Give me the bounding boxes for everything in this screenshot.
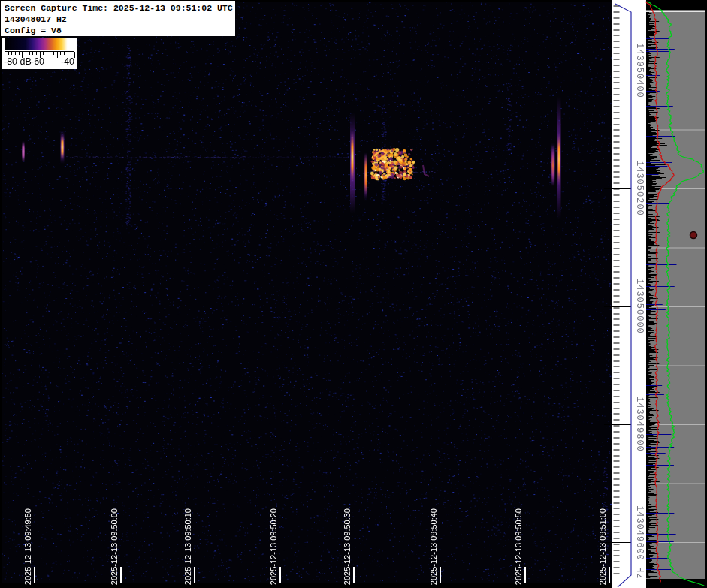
frequency-tick-label: 143050400 [633, 14, 645, 127]
frequency-label-text: 143049800 [634, 397, 645, 452]
time-tick-label: 2025-12-13 09:51:00 [597, 489, 608, 585]
colorbar-tick [19, 52, 20, 55]
time-tick-label: 2025-12-13 09:50:50 [512, 489, 524, 585]
colorbar-tick [11, 52, 12, 55]
colorbar-tick [53, 52, 54, 55]
colorbar-tick [43, 52, 44, 55]
capture-frequency-text: 143048017 Hz [5, 14, 235, 26]
time-tick [524, 567, 526, 583]
frequency-label-text: 143050200 [634, 161, 645, 216]
time-label-text: 2025-12-13 09:50:30 [343, 508, 352, 585]
time-tick-label: 2025-12-13 09:50:00 [108, 489, 119, 585]
time-tick [353, 567, 355, 583]
time-tick [609, 567, 610, 583]
frequency-tick-label: 143049800 [633, 368, 645, 481]
time-tick-label: 2025-12-13 09:50:40 [428, 489, 439, 585]
frequency-label-text: 143049600 Hz [634, 505, 645, 579]
frequency-tick-label: 143049600 Hz [633, 486, 645, 588]
time-tick [279, 567, 281, 583]
colorbar-label-mid: -60 [31, 56, 44, 67]
time-tick-label: 2025-12-13 09:50:30 [341, 489, 352, 585]
time-tick [440, 567, 441, 583]
capture-info-box: Screen Capture Time: 2025-12-13 09:51:02… [1, 1, 235, 36]
colorbar-tick [64, 52, 65, 55]
colorbar-tick [29, 52, 30, 55]
time-label-text: 2025-12-13 09:50:00 [110, 508, 119, 585]
time-label-text: 2025-12-13 09:51:00 [598, 508, 607, 585]
time-tick [34, 567, 35, 583]
colorbar-tick [47, 52, 47, 55]
capture-config-text: Config = V8 [5, 26, 235, 37]
frequency-tick-label: 143050000 [633, 250, 645, 363]
frequency-tick-label: 143050200 [633, 132, 645, 245]
time-label-text: 2025-12-13 09:50:40 [429, 508, 438, 585]
time-tick [194, 567, 195, 583]
time-tick [120, 567, 122, 583]
colorbar-tick [50, 52, 50, 55]
spectrogram-app-window: Screen Capture Time: 2025-12-13 09:51:02… [0, 0, 707, 588]
frequency-label-text: 143050400 [634, 43, 645, 98]
time-tick-label: 2025-12-13 09:50:10 [182, 489, 193, 585]
colorbar-tick [36, 52, 37, 55]
colorbar-tick [32, 52, 33, 55]
colorbar-tick [15, 52, 16, 55]
colorbar-gradient [5, 38, 74, 50]
colorbar-label-max: -40 [61, 56, 74, 67]
time-label-text: 2025-12-13 09:50:20 [269, 508, 278, 585]
time-tick-label: 2025-12-13 09:49:50 [22, 489, 33, 585]
time-tick-label: 2025-12-13 09:50:20 [267, 489, 279, 585]
colorbar-tick [57, 52, 58, 58]
colorbar-tick [60, 52, 61, 55]
colorbar-legend: -80 dB -60 -40 [2, 38, 77, 69]
colorbar-tick [71, 52, 71, 55]
frequency-label-text: 143050000 [634, 279, 645, 334]
capture-time-text: Screen Capture Time: 2025-12-13 09:51:02… [5, 3, 235, 14]
colorbar-tick [26, 52, 26, 55]
colorbar-tick [74, 52, 75, 58]
time-label-text: 2025-12-13 09:50:50 [514, 508, 523, 585]
colorbar-tick [68, 52, 68, 55]
time-label-text: 2025-12-13 09:49:50 [23, 508, 32, 585]
time-label-text: 2025-12-13 09:50:10 [183, 508, 192, 585]
colorbar-label-min: -80 dB [4, 56, 32, 67]
colorbar-tick [8, 52, 9, 55]
